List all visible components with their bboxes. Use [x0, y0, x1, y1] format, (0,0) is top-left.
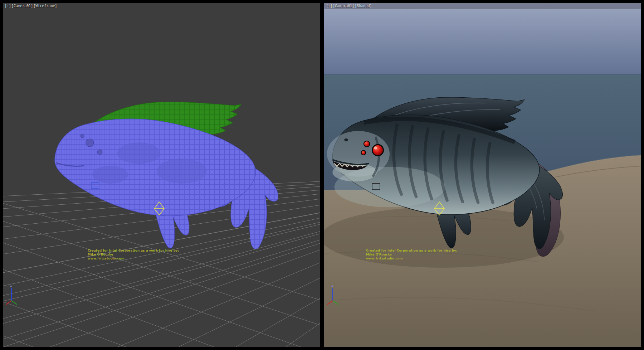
- viewport-general-menu[interactable]: [+]: [5, 4, 11, 8]
- watermark-line3: www.fritzstudio.com: [88, 257, 188, 261]
- watermark-line3: www.fritzstudio.com: [366, 257, 466, 261]
- watermark-line2: Mike O'Rourke: [366, 253, 466, 257]
- fish-eye-orb3: [361, 151, 366, 155]
- viewport-shading-menu[interactable]: [Shaded]: [355, 4, 372, 8]
- sky: [324, 3, 641, 75]
- viewport-label: [+] [Camera01] [Shaded]: [326, 4, 372, 8]
- viewport-shading-menu[interactable]: [Wireframe]: [33, 4, 57, 8]
- fish-eye-orb2: [364, 141, 370, 147]
- viewport-pov-menu[interactable]: [Camera01]: [11, 4, 33, 8]
- axis-y: [11, 301, 17, 305]
- fish-eye-highlight: [374, 146, 377, 149]
- viewport-canvas: z [+] [Camera01] [Wireframe] Created for…: [0, 0, 644, 350]
- watermark: Created for Intel Corporation as a work …: [366, 249, 466, 261]
- fish-nostril: [344, 138, 348, 141]
- watermark-line2: Mike O'Rourke: [88, 253, 188, 257]
- fish-eye-main: [372, 145, 384, 156]
- fish-body[interactable]: [55, 119, 256, 216]
- viewport-general-menu[interactable]: [+]: [326, 4, 332, 8]
- viewport-wireframe[interactable]: z [+] [Camera01] [Wireframe] Created for…: [3, 3, 320, 347]
- watermark-line1: Created for Intel Corporation as a work …: [366, 249, 466, 253]
- viewport-shaded[interactable]: z [+] [Camera01] [Shaded] Created for In…: [324, 3, 641, 347]
- viewport-pov-menu[interactable]: [Camera01]: [333, 4, 354, 8]
- watermark-line1: Created for Intel Corporation as a work …: [88, 249, 188, 253]
- wireframe-scene: z: [3, 3, 320, 347]
- axis-tripod: z: [6, 284, 17, 305]
- axis-z-label: z: [331, 284, 333, 287]
- shaded-scene: z: [324, 3, 641, 347]
- viewport-label: [+] [Camera01] [Wireframe]: [5, 4, 57, 8]
- axis-z-label: z: [10, 284, 12, 287]
- watermark: Created for Intel Corporation as a work …: [88, 249, 188, 261]
